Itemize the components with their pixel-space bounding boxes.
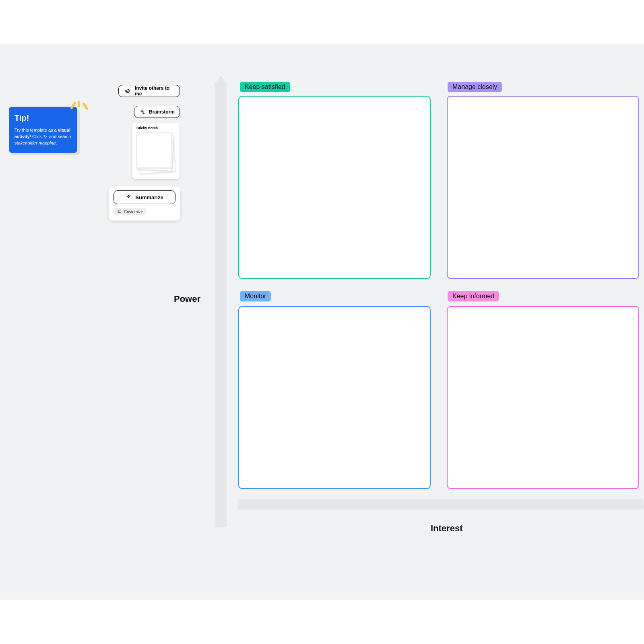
y-axis-label: Power <box>174 294 200 304</box>
x-axis-label: Interest <box>431 523 462 534</box>
quadrant-tag-keep-informed: Keep informed <box>448 291 499 301</box>
sparkle-icon <box>126 194 131 200</box>
quadrant-monitor[interactable] <box>238 306 431 489</box>
x-axis-arrow <box>237 499 640 510</box>
summarize-card: Summarize Customize <box>109 186 180 221</box>
tip-body: Try this template as a visual activity! … <box>14 127 72 147</box>
summarize-button-label: Summarize <box>135 194 163 200</box>
quadrant-tag-monitor: Monitor <box>240 291 271 301</box>
svg-point-4 <box>120 212 120 213</box>
canvas-background: Tip! Try this template as a visual activ… <box>0 44 644 600</box>
sliders-icon <box>117 209 122 214</box>
invite-button-label: Invite others to me <box>135 85 174 97</box>
tip-title: Tip! <box>14 112 72 124</box>
quadrant-manage-closely[interactable] <box>447 96 639 279</box>
megaphone-icon <box>124 88 131 94</box>
brainstorm-button-label: Brainstorm <box>149 109 175 115</box>
customize-chip-label: Customize <box>124 210 143 214</box>
svg-point-3 <box>118 211 119 211</box>
invite-button[interactable]: Invite others to me <box>118 85 180 97</box>
sticky-notes-stack-icon <box>136 132 175 174</box>
tip-card-wrap: Tip! Try this template as a visual activ… <box>9 107 77 153</box>
quadrant-keep-informed[interactable] <box>447 306 639 489</box>
svg-point-0 <box>130 195 130 196</box>
quadrant-tag-manage-closely: Manage closely <box>448 82 502 92</box>
brainstorm-button[interactable]: Brainstorm <box>134 106 180 118</box>
cursor-icon <box>43 134 48 139</box>
quadrant-keep-satisfied[interactable] <box>238 96 431 279</box>
spark-icon <box>65 102 89 118</box>
summarize-button[interactable]: Summarize <box>114 190 175 204</box>
sparkle-icon <box>139 109 145 115</box>
quadrant-tag-keep-satisfied: Keep satisfied <box>240 82 290 92</box>
sticky-notes-label: Sticky notes <box>136 126 175 130</box>
sticky-notes-card[interactable]: Sticky notes <box>132 123 180 179</box>
y-axis-arrow <box>215 85 227 527</box>
customize-chip[interactable]: Customize <box>114 208 146 215</box>
